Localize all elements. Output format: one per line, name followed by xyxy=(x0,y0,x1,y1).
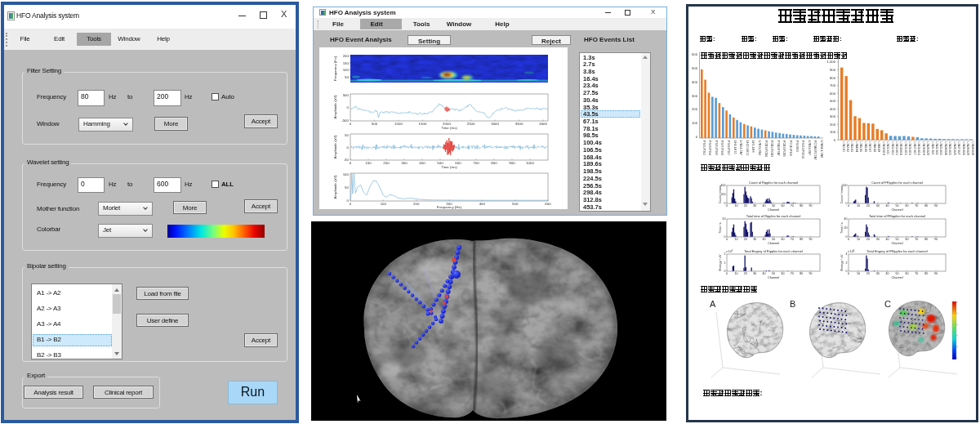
svg-text:P3#-R#5: P3#-R#5 xyxy=(795,141,799,152)
svg-text:Frequency (Hz): Frequency (Hz) xyxy=(333,56,337,81)
svg-text:300: 300 xyxy=(830,114,836,118)
svg-text:80: 80 xyxy=(924,204,928,208)
svg-text:90: 90 xyxy=(934,272,938,275)
svg-text:x 107: x 107 xyxy=(726,249,733,254)
svg-text:150: 150 xyxy=(343,61,350,65)
svg-text:Channel: Channel xyxy=(768,242,779,245)
svg-text:L7A5-B5: L7A5-B5 xyxy=(859,142,862,153)
svg-text:70: 70 xyxy=(791,238,794,241)
svg-text:Time (ms): Time (ms) xyxy=(441,126,457,130)
svg-text:200: 200 xyxy=(343,54,350,58)
svg-text:50: 50 xyxy=(723,217,726,221)
svg-text:50: 50 xyxy=(345,133,349,137)
svg-text:200: 200 xyxy=(413,202,420,206)
svg-text:1000: 1000 xyxy=(526,161,534,165)
svg-text:PC1D-P3#6: PC1D-P3#6 xyxy=(789,141,792,156)
svg-text:50: 50 xyxy=(896,272,899,275)
svg-text:600: 600 xyxy=(830,91,836,96)
svg-text:P7A3-P7A7: P7A3-P7A7 xyxy=(777,141,780,156)
svg-text:70: 70 xyxy=(791,272,794,275)
svg-text:B: B xyxy=(790,299,795,309)
svg-text:3500: 3500 xyxy=(515,122,523,126)
svg-text:80: 80 xyxy=(800,272,803,275)
svg-text:Channel: Channel xyxy=(891,276,902,279)
svg-text:40: 40 xyxy=(763,204,766,208)
svg-text:400: 400 xyxy=(479,202,486,206)
svg-text:20: 20 xyxy=(744,238,747,241)
svg-text:90: 90 xyxy=(809,272,813,275)
svg-text:Time / s: Time / s xyxy=(840,222,844,233)
svg-text:10: 10 xyxy=(734,204,737,208)
svg-text:80: 80 xyxy=(800,238,803,241)
svg-text:Count / times: Count / times xyxy=(840,185,844,203)
svg-text:40: 40 xyxy=(763,238,766,241)
svg-text:Count / times: Count / times xyxy=(719,185,722,203)
svg-text:0: 0 xyxy=(724,235,726,239)
svg-text:LH10-LH12: LH10-LH12 xyxy=(746,141,749,155)
svg-text:PC7A8-PC7A7: PC7A8-PC7A7 xyxy=(813,141,817,160)
svg-text:A: A xyxy=(710,299,716,309)
svg-text:70: 70 xyxy=(915,238,918,241)
svg-text:70: 70 xyxy=(791,204,794,208)
svg-text:70: 70 xyxy=(915,272,918,275)
svg-text:500: 500 xyxy=(372,122,378,126)
svg-text:70: 70 xyxy=(915,204,918,208)
svg-text:30: 30 xyxy=(753,238,756,241)
svg-text:20: 20 xyxy=(844,226,848,230)
svg-text:300: 300 xyxy=(692,94,698,98)
svg-text:L7A12-B12: L7A12-B12 xyxy=(891,142,894,155)
svg-text:Total time of Ripples for each: Total time of Ripples for each channel xyxy=(746,214,801,218)
svg-text:L7A27-B27: L7A27-B27 xyxy=(957,142,960,155)
svg-text:100: 100 xyxy=(343,172,350,176)
svg-text:L7A1-B1: L7A1-B1 xyxy=(842,142,845,153)
svg-text:40: 40 xyxy=(886,272,889,275)
svg-text:1: 1 xyxy=(724,261,726,265)
svg-text:L7A11-B11: L7A11-B11 xyxy=(886,142,889,155)
svg-text:2: 2 xyxy=(846,261,848,265)
svg-text:0: 0 xyxy=(846,235,848,239)
svg-text:500: 500 xyxy=(343,93,350,97)
svg-text:L7A25-B25: L7A25-B25 xyxy=(948,142,951,155)
svg-text:L7B8-L7B7: L7B8-L7B7 xyxy=(808,141,811,155)
svg-text:L7A4-B4: L7A4-B4 xyxy=(855,142,858,153)
svg-text:200: 200 xyxy=(692,107,698,111)
svg-text:0: 0 xyxy=(350,202,352,206)
svg-text:80: 80 xyxy=(924,238,928,241)
svg-text:P3#7-P3#8: P3#7-P3#8 xyxy=(720,141,724,155)
svg-text:50: 50 xyxy=(772,238,775,241)
svg-text:2500: 2500 xyxy=(467,122,475,126)
svg-text:60: 60 xyxy=(905,272,908,275)
svg-text:40: 40 xyxy=(886,238,889,241)
svg-text:0: 0 xyxy=(848,204,849,208)
svg-text:-500: -500 xyxy=(341,118,349,123)
svg-text:10: 10 xyxy=(734,238,737,241)
svg-text:L7A9-B9: L7A9-B9 xyxy=(877,142,880,153)
svg-text:3000: 3000 xyxy=(491,122,499,126)
svg-text:LH9-LH10: LH9-LH10 xyxy=(733,141,737,154)
svg-text:4: 4 xyxy=(846,252,848,256)
svg-text:600: 600 xyxy=(545,202,551,206)
svg-text:L7A15-B15: L7A15-B15 xyxy=(904,142,907,155)
svg-text:800: 800 xyxy=(830,76,836,80)
svg-text:500: 500 xyxy=(692,66,698,70)
svg-text:20: 20 xyxy=(866,272,870,275)
svg-text:500: 500 xyxy=(830,99,836,103)
svg-text:0: 0 xyxy=(350,122,352,126)
svg-text:50: 50 xyxy=(772,204,775,208)
svg-text:100: 100 xyxy=(692,121,698,125)
svg-text:L7A20-B20: L7A20-B20 xyxy=(926,142,929,155)
svg-text:600: 600 xyxy=(692,52,698,56)
svg-text:2: 2 xyxy=(724,252,726,256)
svg-text:90: 90 xyxy=(809,238,813,241)
svg-text:C: C xyxy=(884,299,891,309)
svg-text:700: 700 xyxy=(830,83,836,87)
svg-text:900: 900 xyxy=(830,68,836,72)
svg-text:L7A7-B7: L7A7-B7 xyxy=(868,142,871,153)
svg-text:300: 300 xyxy=(401,161,408,165)
svg-text:L7A17-B17: L7A17-B17 xyxy=(913,142,916,155)
svg-text:Channel: Channel xyxy=(891,208,902,212)
svg-text:40: 40 xyxy=(763,272,766,275)
svg-text:0: 0 xyxy=(848,238,849,241)
svg-text:P3#3-P3#4: P3#3-P3#4 xyxy=(708,141,711,155)
svg-text:L7A14-7A7: L7A14-7A7 xyxy=(739,141,742,155)
